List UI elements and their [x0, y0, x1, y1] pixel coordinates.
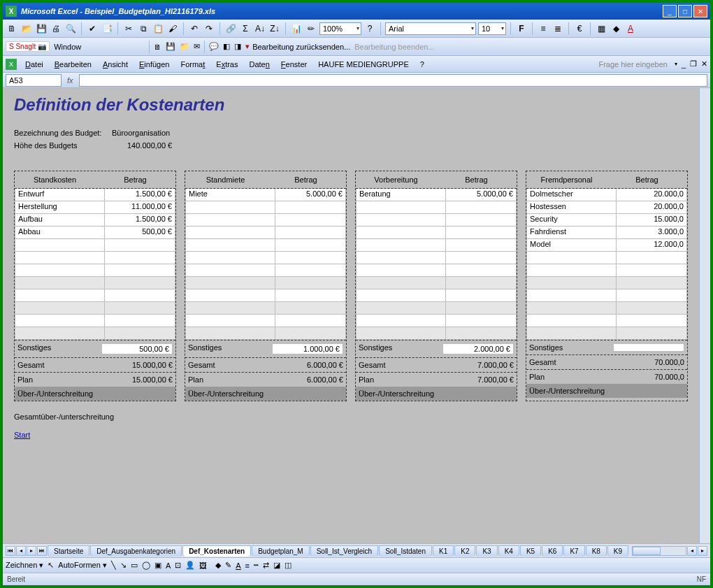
- sort-asc-icon[interactable]: A↓: [254, 22, 266, 35]
- spellcheck-icon[interactable]: ✔: [86, 22, 99, 35]
- sheet-tab[interactable]: Soll_Istdaten: [379, 545, 432, 557]
- sheet-nav-prev[interactable]: ◂: [16, 546, 26, 556]
- sonstiges-value[interactable]: 500,00 €: [101, 343, 173, 354]
- cell-name[interactable]: [15, 289, 105, 302]
- arrow-style-icon[interactable]: ⇄: [263, 561, 269, 570]
- cell-name[interactable]: [356, 239, 446, 252]
- sheet-tab[interactable]: K2: [454, 545, 475, 557]
- menu-bearbeiten[interactable]: Bearbeiten: [49, 58, 97, 71]
- paste-icon[interactable]: 📋: [152, 22, 164, 35]
- cell-name[interactable]: [356, 289, 446, 302]
- format-painter-icon[interactable]: 🖌: [166, 22, 179, 35]
- picture-icon[interactable]: 🖼: [199, 561, 207, 570]
- excel-doc-icon[interactable]: X: [6, 59, 17, 70]
- cell-name[interactable]: Entwurf: [15, 189, 105, 201]
- cell-name[interactable]: [185, 264, 275, 277]
- print-icon[interactable]: 🖨: [50, 22, 62, 35]
- scroll-right-icon[interactable]: ▸: [698, 546, 707, 556]
- open-icon[interactable]: 📂: [20, 22, 33, 35]
- bold-icon[interactable]: F: [515, 22, 528, 35]
- sonstiges-value[interactable]: [613, 343, 684, 352]
- line-color-icon[interactable]: ✎: [225, 561, 231, 570]
- cell-name[interactable]: [356, 201, 446, 214]
- save-alt-icon[interactable]: 💾: [166, 42, 175, 51]
- cell-amount[interactable]: 1.500,00 €: [105, 189, 175, 201]
- formula-input[interactable]: [79, 74, 707, 87]
- sheet-tab[interactable]: Startseite: [48, 545, 89, 557]
- font-size-combo[interactable]: 10: [478, 22, 506, 35]
- cell-amount[interactable]: [617, 264, 687, 277]
- menu-extras[interactable]: Extras: [210, 58, 243, 71]
- menu-help[interactable]: ?: [415, 58, 430, 71]
- cell-amount[interactable]: [446, 214, 517, 227]
- cell-amount[interactable]: 11.000,00 €: [105, 201, 175, 214]
- cell-amount[interactable]: [275, 327, 346, 340]
- menu-fenster[interactable]: Fenster: [275, 58, 312, 71]
- cell-amount[interactable]: [275, 264, 346, 277]
- cell-name[interactable]: [15, 252, 105, 264]
- cell-amount[interactable]: [275, 214, 346, 227]
- cell-amount[interactable]: [275, 289, 346, 302]
- save-icon[interactable]: 💾: [35, 22, 48, 35]
- cell-amount[interactable]: [446, 289, 517, 302]
- sheet-nav-last[interactable]: ⏭: [37, 546, 47, 556]
- cell-amount[interactable]: [617, 327, 687, 340]
- cell-name[interactable]: [185, 214, 275, 227]
- mail-icon[interactable]: ✉: [194, 42, 200, 51]
- cell-amount[interactable]: [446, 277, 517, 289]
- new-doc-icon[interactable]: 🗎: [154, 43, 161, 51]
- cell-name[interactable]: [185, 227, 275, 239]
- vertical-scrollbar[interactable]: [699, 88, 710, 543]
- cell-amount[interactable]: 5.000,00 €: [446, 189, 517, 201]
- cell-amount[interactable]: 5.000,00 €: [275, 189, 346, 201]
- sheet-tab[interactable]: K5: [520, 545, 541, 557]
- hyperlink-icon[interactable]: 🔗: [224, 22, 237, 35]
- cell-name[interactable]: [356, 252, 446, 264]
- print-preview-icon[interactable]: 🔍: [64, 22, 77, 35]
- cell-name[interactable]: [356, 327, 446, 340]
- line-icon[interactable]: ╲: [111, 561, 116, 570]
- cell-amount[interactable]: [105, 239, 175, 252]
- cell-name[interactable]: [356, 227, 446, 239]
- cell-name[interactable]: [15, 239, 105, 252]
- cell-amount[interactable]: [446, 264, 517, 277]
- cell-amount[interactable]: [446, 315, 517, 327]
- new-icon[interactable]: 🗎: [6, 22, 18, 35]
- cell-name[interactable]: Model: [526, 239, 617, 252]
- sheet-tab[interactable]: K4: [498, 545, 519, 557]
- sheet-tab[interactable]: K1: [433, 545, 454, 557]
- snagit-badge[interactable]: S SnagIt 📷: [6, 41, 50, 52]
- textbox-icon[interactable]: ▣: [154, 561, 161, 570]
- sheet-tab[interactable]: K6: [542, 545, 563, 557]
- cell-name[interactable]: [526, 277, 617, 289]
- cell-amount[interactable]: [446, 239, 517, 252]
- cell-amount[interactable]: 1.500,00 €: [105, 214, 175, 227]
- scroll-left-icon[interactable]: ◂: [687, 546, 697, 556]
- minimize-button[interactable]: _: [663, 5, 677, 17]
- shadow-icon[interactable]: ◪: [273, 561, 280, 570]
- cell-name[interactable]: Herstellung: [15, 201, 105, 214]
- copy-icon[interactable]: ⧉: [137, 22, 150, 35]
- help-icon[interactable]: ?: [363, 22, 376, 35]
- cell-amount[interactable]: [446, 327, 517, 340]
- cell-amount[interactable]: [105, 302, 175, 315]
- cell-amount[interactable]: [105, 264, 175, 277]
- cell-name[interactable]: [526, 252, 617, 264]
- font-color-icon-2[interactable]: A: [236, 561, 240, 570]
- cell-name[interactable]: Aufbau: [15, 214, 105, 227]
- cell-name[interactable]: [356, 264, 446, 277]
- comment-icon[interactable]: 💬: [209, 42, 219, 51]
- cell-amount[interactable]: [275, 277, 346, 289]
- cell-amount[interactable]: [275, 302, 346, 315]
- zeichnen-menu[interactable]: Zeichnen ▾: [6, 561, 43, 570]
- snagit-target-combo[interactable]: Window: [54, 43, 145, 51]
- align-center-icon[interactable]: ≣: [552, 22, 564, 35]
- cell-name[interactable]: [526, 264, 617, 277]
- doc-restore-icon[interactable]: ❐: [690, 59, 697, 69]
- cell-amount[interactable]: [275, 315, 346, 327]
- cell-amount[interactable]: [617, 289, 687, 302]
- pointer-icon[interactable]: ↖: [48, 561, 54, 570]
- cell-name[interactable]: Hostessen: [526, 201, 617, 214]
- menu-haufe[interactable]: HAUFE MEDIENGRUPPE: [312, 58, 415, 71]
- cell-amount[interactable]: 20.000,0: [617, 189, 687, 201]
